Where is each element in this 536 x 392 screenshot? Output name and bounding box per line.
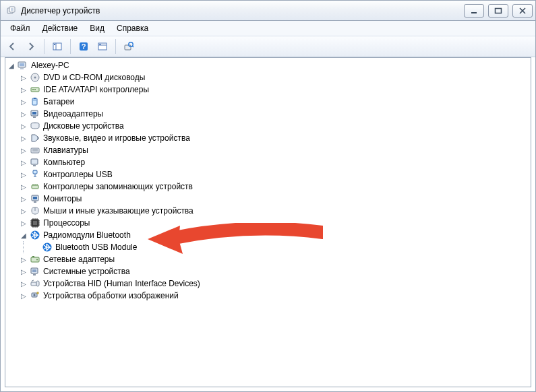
tree-item[interactable]: ▷Сетевые адаптеры xyxy=(5,253,531,265)
scan-hardware-button[interactable] xyxy=(120,38,138,55)
category-icon xyxy=(30,193,40,204)
menu-view[interactable]: Вид xyxy=(84,22,110,34)
category-icon xyxy=(30,254,40,265)
expand-icon[interactable]: ▷ xyxy=(19,255,28,264)
category-icon xyxy=(30,72,40,83)
category-icon xyxy=(30,266,40,277)
svg-rect-28 xyxy=(32,112,36,115)
expand-icon[interactable]: ▷ xyxy=(19,291,28,300)
svg-rect-3 xyxy=(471,12,477,13)
tree-root[interactable]: ◢ Alexey-PC xyxy=(5,59,531,71)
expand-icon[interactable]: ▷ xyxy=(19,158,28,167)
expand-icon[interactable]: ▷ xyxy=(19,121,28,131)
svg-point-23 xyxy=(34,89,36,90)
tree-item-label: Системные устройства xyxy=(43,267,130,276)
svg-rect-29 xyxy=(33,117,36,118)
svg-rect-26 xyxy=(33,100,36,100)
collapse-icon[interactable]: ◢ xyxy=(7,61,16,70)
collapse-icon[interactable]: ◢ xyxy=(19,230,28,240)
help-button[interactable]: ? xyxy=(75,38,92,55)
svg-rect-52 xyxy=(31,282,36,286)
properties-button[interactable] xyxy=(94,38,111,55)
svg-rect-35 xyxy=(33,165,36,166)
expand-icon[interactable]: ▷ xyxy=(19,85,28,94)
menu-bar: Файл Действие Вид Справка xyxy=(1,21,535,36)
tree-item-label: Сетевые адаптеры xyxy=(43,255,115,264)
svg-rect-12 xyxy=(99,44,101,45)
expand-icon[interactable]: ▷ xyxy=(19,267,28,276)
tree-item[interactable]: ▷Мыши и иные указывающие устройства xyxy=(5,205,531,217)
svg-rect-4 xyxy=(496,8,502,13)
tree-item[interactable]: ▷Звуковые, видео и игровые устройства xyxy=(5,132,531,144)
forward-button[interactable] xyxy=(22,38,40,55)
category-icon xyxy=(30,108,40,119)
tree-item-label: Видеоадаптеры xyxy=(43,109,103,119)
expand-icon[interactable]: ▷ xyxy=(19,218,28,228)
expand-icon[interactable]: ▷ xyxy=(19,97,28,106)
svg-point-48 xyxy=(36,259,38,261)
close-button[interactable] xyxy=(512,4,533,18)
tree-item[interactable]: ▷Дисковые устройства xyxy=(5,120,531,132)
category-icon xyxy=(30,157,40,168)
back-button[interactable] xyxy=(3,38,21,55)
tree-item[interactable]: ▷Системные устройства xyxy=(5,265,531,277)
computer-icon xyxy=(18,60,28,71)
bluetooth-icon xyxy=(42,242,53,253)
expand-icon[interactable]: ▷ xyxy=(19,182,28,191)
tree-item-label: Компьютер xyxy=(43,158,85,167)
minimize-button[interactable] xyxy=(464,4,484,18)
tree-item[interactable]: ▷Контроллеры запоминающих устройств xyxy=(5,181,531,193)
tree-item-label: Мониторы xyxy=(43,194,82,203)
menu-file[interactable]: Файл xyxy=(5,22,36,34)
tree-item[interactable]: ▷Устройства HID (Human Interface Devices… xyxy=(5,277,531,290)
expand-icon[interactable]: ▷ xyxy=(19,206,28,216)
category-icon xyxy=(30,230,40,240)
tree-item[interactable]: ▷Устройства обработки изображений xyxy=(5,290,531,302)
svg-rect-13 xyxy=(125,45,131,50)
tree-item[interactable]: ▷Видеоадаптеры xyxy=(5,108,531,120)
category-icon xyxy=(30,218,40,228)
window-buttons xyxy=(464,4,533,18)
menu-action[interactable]: Действие xyxy=(37,22,84,34)
svg-rect-25 xyxy=(34,98,36,99)
category-icon xyxy=(30,145,40,156)
expand-icon[interactable]: ▷ xyxy=(19,194,28,203)
tree-item-label: IDE ATA/ATAPI контроллеры xyxy=(43,85,149,94)
app-icon xyxy=(6,5,17,16)
svg-rect-43 xyxy=(33,221,37,225)
title-bar: Диспетчер устройств xyxy=(1,1,535,21)
expand-icon[interactable]: ▷ xyxy=(19,133,28,143)
show-hide-tree-button[interactable] xyxy=(49,38,66,55)
tree-item[interactable]: ▷Батареи xyxy=(5,96,531,108)
tree-item[interactable]: ▷IDE ATA/ATAPI контроллеры xyxy=(5,84,531,96)
expand-icon[interactable]: ▷ xyxy=(19,109,28,119)
menu-help[interactable]: Справка xyxy=(111,22,154,34)
expand-icon[interactable]: ▷ xyxy=(19,73,28,82)
svg-point-20 xyxy=(34,77,36,79)
device-tree: ◢ Alexey-PC ▷DVD и CD-ROM дисководы▷IDE … xyxy=(5,59,531,302)
svg-text:?: ? xyxy=(82,42,86,51)
tree-item[interactable]: ▷Клавиатуры xyxy=(5,144,531,156)
tree-item-label: Устройства HID (Human Interface Devices) xyxy=(43,279,200,288)
maximize-button[interactable] xyxy=(488,4,508,18)
tree-item[interactable]: ▷Мониторы xyxy=(5,193,531,205)
expand-icon[interactable]: ▷ xyxy=(19,279,28,288)
svg-rect-24 xyxy=(32,98,37,105)
toolbar-separator xyxy=(115,39,116,54)
tree-item[interactable]: ◢Радиомодули Bluetooth xyxy=(5,229,531,241)
tree-item[interactable]: ▷Компьютер xyxy=(5,156,531,168)
tree-child-item[interactable]: Bluetooth USB Module xyxy=(5,241,531,253)
tree-item-label: Дисковые устройства xyxy=(43,121,124,131)
svg-rect-39 xyxy=(33,197,37,199)
tree-root-label: Alexey-PC xyxy=(31,61,69,70)
tree-item[interactable]: ▷Контроллеры USB xyxy=(5,168,531,181)
tree-item[interactable]: ▷Процессоры xyxy=(5,217,531,229)
expand-icon[interactable]: ▷ xyxy=(19,170,28,179)
tree-item[interactable]: ▷DVD и CD-ROM дисководы xyxy=(5,71,531,84)
device-tree-panel[interactable]: ◢ Alexey-PC ▷DVD и CD-ROM дисководы▷IDE … xyxy=(5,57,531,387)
category-icon xyxy=(30,121,40,131)
tree-item-label: Мыши и иные указывающие устройства xyxy=(43,206,193,216)
expand-icon[interactable]: ▷ xyxy=(19,145,28,155)
category-icon xyxy=(30,133,40,143)
tree-child-label: Bluetooth USB Module xyxy=(55,242,137,252)
